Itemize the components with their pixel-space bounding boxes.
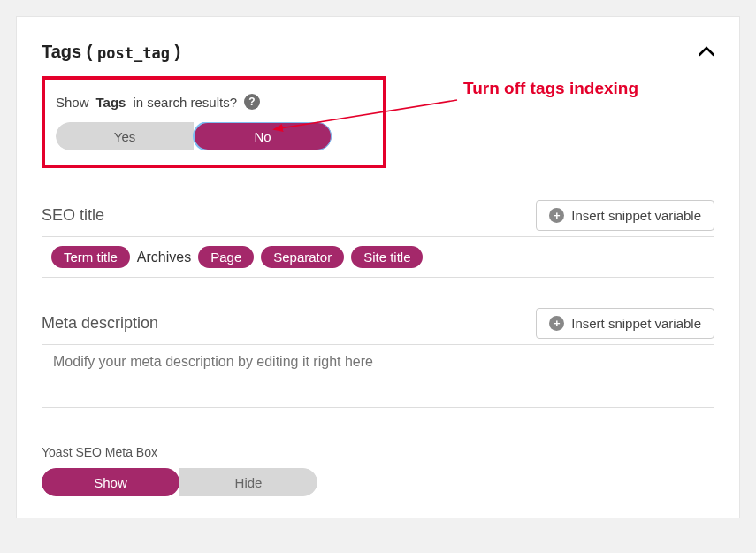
text-archives: Archives [137,250,191,265]
show-in-search-label: Show Tags in search results? ? [56,94,372,110]
insert-snippet-meta-button[interactable]: + Insert snippet variable [536,308,714,339]
seo-title-input[interactable]: Term title Archives Page Separator Site … [42,236,714,278]
toggle-yes-button[interactable]: Yes [56,122,194,150]
annotation-text: Turn off tags indexing [463,79,638,98]
plus-circle-icon: + [549,316,564,331]
help-icon[interactable]: ? [244,94,260,110]
tags-settings-panel: Tags ( post_tag ) Show Tags in search re… [16,16,740,518]
toggle-no-button[interactable]: No [194,122,332,150]
q-prefix: Show [56,95,89,110]
meta-description-label: Meta description [42,314,158,333]
pill-separator[interactable]: Separator [261,246,344,268]
meta-description-row: Meta description + Insert snippet variab… [42,308,714,339]
insert-snippet-meta-label: Insert snippet variable [571,316,701,331]
q-bold: Tags [96,95,126,110]
show-in-search-toggle: Yes No [56,122,332,150]
section-title: Tags ( post_tag ) [42,42,180,62]
toggle-show-button[interactable]: Show [42,468,179,496]
seo-title-label: SEO title [42,206,104,225]
yoast-metabox-toggle: Show Hide [42,468,317,496]
pill-term-title[interactable]: Term title [51,246,130,268]
q-suffix: in search results? [133,95,237,110]
pill-page[interactable]: Page [198,246,254,268]
title-paren-open: ( [81,42,97,61]
title-prefix: Tags [42,42,81,61]
insert-snippet-seo-button[interactable]: + Insert snippet variable [536,200,714,231]
section-header: Tags ( post_tag ) [42,42,714,62]
seo-title-row: SEO title + Insert snippet variable [42,200,714,231]
insert-snippet-seo-label: Insert snippet variable [571,208,701,223]
annotation-highlight-box: Show Tags in search results? ? Yes No [42,76,386,168]
title-code: post_tag [97,44,170,62]
toggle-hide-button[interactable]: Hide [179,468,317,496]
meta-description-textarea[interactable] [42,344,714,408]
pill-site-title[interactable]: Site title [351,246,423,268]
plus-circle-icon: + [549,208,564,223]
title-paren-close: ) [170,42,180,61]
collapse-icon[interactable] [699,42,714,61]
yoast-metabox-label: Yoast SEO Meta Box [42,445,714,459]
